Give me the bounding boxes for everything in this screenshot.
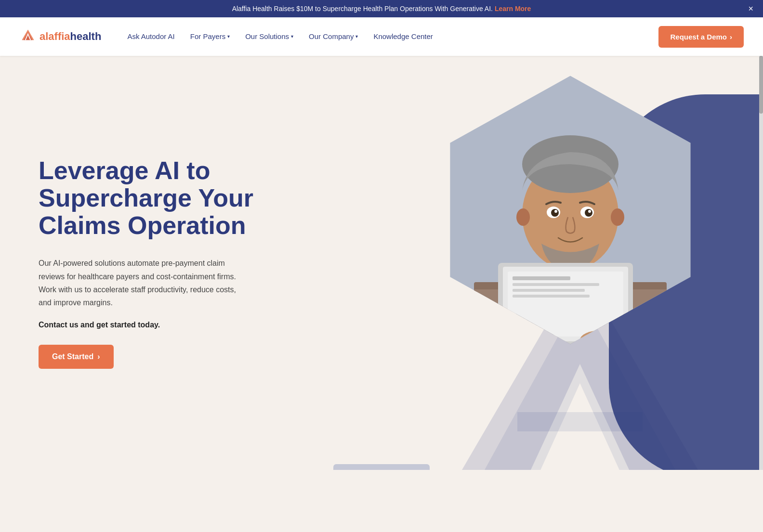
svg-rect-22 [513,283,599,286]
banner-text: Alaffia Health Raises $10M to Supercharg… [19,5,744,13]
banner-learn-more-link[interactable]: Learn More [495,5,531,13]
main-navigation: alaffiahealth Ask Autodor AI For Payers … [0,17,763,56]
get-started-button[interactable]: Get Started › [39,345,114,369]
announcement-banner: Alaffia Health Raises $10M to Supercharg… [0,0,763,17]
svg-point-17 [588,210,591,213]
svg-point-10 [516,208,530,226]
hero-image-container [445,70,686,388]
cta-arrow-icon: › [730,33,732,41]
our-solutions-chevron: ▾ [291,34,293,39]
svg-point-11 [611,208,624,226]
hero-content: Leverage AI to Supercharge Your Claims O… [39,128,253,398]
svg-point-14 [551,209,559,217]
svg-rect-24 [513,295,590,298]
nav-our-solutions[interactable]: Our Solutions ▾ [238,28,300,45]
nav-our-company[interactable]: Our Company ▾ [302,28,365,45]
svg-point-15 [585,209,592,217]
nav-ask-autodor[interactable]: Ask Autodor AI [120,28,181,45]
logo-text: alaffiahealth [39,30,101,43]
hero-description: Our AI-powered solutions automate pre-pa… [39,257,250,309]
our-company-chevron: ▾ [355,34,358,39]
svg-point-27 [580,330,623,350]
for-payers-chevron: ▾ [227,34,230,39]
hero-title: Leverage AI to Supercharge Your Claims O… [39,157,253,240]
request-demo-button[interactable]: Request a Demo › [658,26,744,48]
banner-message: Alaffia Health Raises $10M to Supercharg… [232,5,493,13]
hero-section: Leverage AI to Supercharge Your Claims O… [0,56,763,470]
nav-for-payers[interactable]: For Payers ▾ [184,28,237,45]
banner-close-button[interactable]: × [748,4,753,14]
svg-point-26 [517,333,561,350]
scrollbar-thumb [759,56,763,114]
nav-links: Ask Autodor AI For Payers ▾ Our Solution… [120,28,658,45]
hero-contact-text: Contact us and get started today. [39,321,253,329]
scrollbar[interactable] [759,56,763,470]
logo-link[interactable]: alaffiahealth [19,28,101,45]
nav-knowledge-center[interactable]: Knowledge Center [367,28,439,45]
svg-rect-25 [488,345,643,350]
svg-rect-23 [513,289,585,292]
btn-arrow-icon: › [97,352,100,361]
svg-rect-21 [513,276,570,280]
svg-point-16 [554,210,557,213]
bottom-scroll-indicator [333,464,430,470]
logo-icon [19,28,37,45]
